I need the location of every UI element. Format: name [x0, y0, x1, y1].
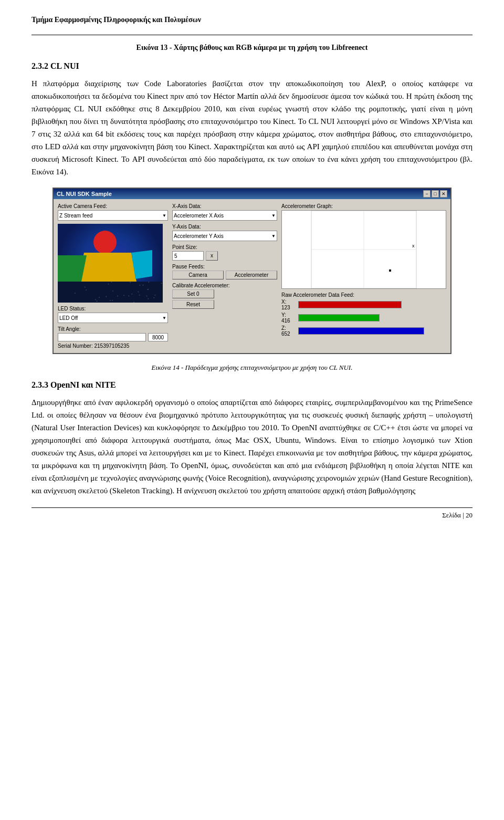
led-dropdown-arrow: ▼: [162, 316, 166, 320]
accel-pause-btn[interactable]: Accelerometer: [226, 271, 277, 279]
raw-x-row: X: 123: [281, 299, 446, 310]
svg-rect-4: [389, 269, 391, 272]
tilt-row: 8000: [58, 333, 168, 341]
raw-y-label: Y: 416: [281, 312, 296, 324]
raw-z-bar: [298, 327, 446, 335]
section-232-para1: Η πλατφόρμα διαχείρισης των Code Laborat…: [32, 77, 472, 178]
figure14-caption: Εικόνα 14 - Παράδειγμα χρήσης επιταχυνσι…: [32, 364, 472, 372]
xaxis-dropdown[interactable]: Accelerometer X Axis ▼: [172, 210, 277, 221]
xaxis-value: Accelerometer X Axis: [174, 213, 224, 219]
figure13-title: Εικόνα 13 - Χάρτης βάθους και RGB κάμερα…: [32, 44, 472, 52]
calib-label: Calibrate Accelerometer:: [172, 283, 277, 288]
pause-btn-row: Camera Accelerometer: [172, 271, 277, 279]
raw-y-bar: [298, 314, 446, 321]
pointsize-label: Point Size:: [172, 244, 277, 250]
tilt-value: 8000: [148, 333, 168, 341]
active-camera-label: Active Camera Feed:: [58, 203, 168, 209]
section-232-heading: 2.3.2 CL NUI: [32, 61, 472, 71]
raw-z-row: Z: 652: [281, 325, 446, 337]
yaxis-value: Accelerometer Y Axis: [174, 233, 224, 239]
led-value-dropdown[interactable]: LED Off ▼: [58, 313, 168, 323]
xaxis-label: X-Axis Data:: [172, 203, 277, 209]
point-input[interactable]: 5: [172, 251, 204, 261]
point-x-btn[interactable]: x: [206, 251, 218, 261]
raw-x-label: X: 123: [281, 299, 296, 310]
camera-pause-btn[interactable]: Camera: [172, 271, 224, 279]
sdk-win-buttons: − □ ✕: [423, 190, 447, 198]
raw-z-bar-fill: [298, 327, 424, 335]
header-dept: Τμήμα Εφαρμοσμένης Πληροφορικής και Πολυ…: [32, 16, 472, 24]
accel-graph-label: Accelerometer Graph:: [281, 203, 446, 209]
section-233-para1: Δημιουργήθηκε από έναν αφιλοκερδή οργανι…: [32, 396, 472, 497]
tilt-bar[interactable]: [58, 333, 146, 341]
sdk-middle-panel: X-Axis Data: Accelerometer X Axis ▼ Y-Ax…: [172, 203, 277, 349]
page-footer: Σελίδα | 20: [32, 507, 472, 520]
reset-btn-row: Reset: [172, 300, 277, 309]
led-status-label: LED Status:: [58, 306, 168, 312]
yaxis-arrow: ▼: [271, 234, 276, 238]
raw-feed-section: X: 123 Y: 416 Z: 652: [281, 299, 446, 337]
sdk-window: CL NUI SDK Sample − □ ✕ Active Camera Fe…: [52, 188, 452, 354]
xaxis-arrow: ▼: [271, 213, 276, 218]
sdk-left-panel: Active Camera Feed: Z Stream feed ▼ LED …: [58, 203, 168, 349]
sdk-titlebar: CL NUI SDK Sample − □ ✕: [54, 189, 450, 199]
tilt-angle-label: Tilt Angle:: [58, 326, 168, 332]
yaxis-label: Y-Axis Data:: [172, 224, 277, 230]
camera-dropdown-arrow: ▼: [162, 213, 166, 218]
minimize-button[interactable]: −: [423, 190, 430, 198]
serial-number: Serial Number: 215397105235: [58, 343, 168, 349]
sdk-right-panel: Accelerometer Graph: x Raw Accelerometer…: [281, 203, 446, 349]
camera-dropdown[interactable]: Z Stream feed ▼: [58, 210, 168, 221]
accel-graph: x: [281, 210, 446, 289]
sdk-content: Active Camera Feed: Z Stream feed ▼ LED …: [54, 199, 450, 353]
footer-right: Σελίδα | 20: [442, 511, 472, 520]
camera-dropdown-value: Z Stream feed: [59, 213, 92, 219]
raw-y-row: Y: 416: [281, 312, 446, 324]
raw-x-bar: [298, 301, 446, 308]
yaxis-dropdown[interactable]: Accelerometer Y Axis ▼: [172, 231, 277, 241]
set0-btn-row: Set 0: [172, 289, 277, 298]
raw-y-bar-fill: [298, 314, 380, 321]
camera-feed-image: [58, 224, 163, 303]
reset-btn[interactable]: Reset: [172, 300, 214, 309]
raw-x-bar-fill: [298, 301, 402, 308]
raw-feed-label: Raw Accelerometer Data Feed:: [281, 292, 446, 298]
maximize-button[interactable]: □: [432, 190, 439, 198]
set0-btn[interactable]: Set 0: [172, 289, 214, 298]
raw-z-label: Z: 652: [281, 325, 296, 337]
section-233-heading: 2.3.3 OpenNI και NITE: [32, 380, 472, 390]
sdk-title-text: CL NUI SDK Sample: [57, 191, 112, 197]
led-value: LED Off: [59, 315, 78, 321]
close-button[interactable]: ✕: [440, 190, 447, 198]
pause-label: Pause Feeds:: [172, 264, 277, 269]
svg-text:x: x: [412, 243, 415, 248]
